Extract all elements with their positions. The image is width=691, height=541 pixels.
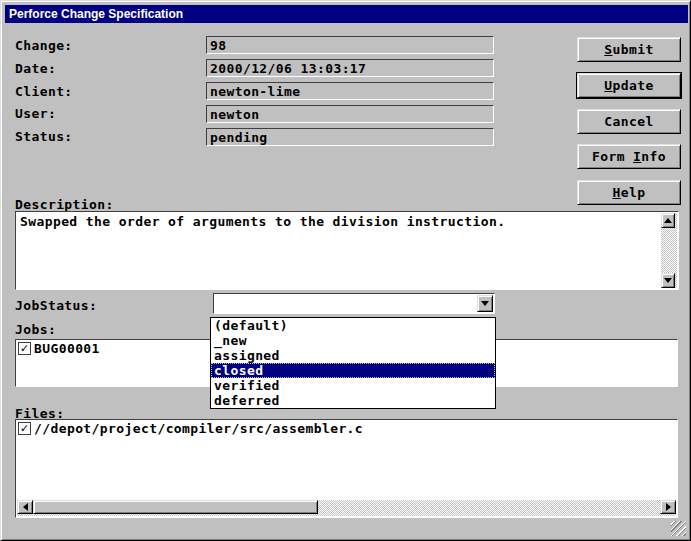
status-field: pending [206, 128, 494, 146]
option-closed[interactable]: closed [211, 363, 495, 378]
job-item-text: BUG00001 [34, 341, 100, 356]
checkbox-checked-icon[interactable]: ✓ [18, 422, 31, 435]
cancel-button[interactable]: Cancel [577, 109, 681, 134]
file-item-text: //depot/project/compiler/src/assembler.c [34, 421, 363, 436]
option-assigned[interactable]: assigned [211, 348, 495, 363]
submit-button[interactable]: Submit [577, 37, 681, 62]
scroll-right-button[interactable] [660, 500, 676, 514]
description-text: Swapped the order of arguments to the di… [18, 213, 660, 231]
scroll-right-icon [666, 503, 671, 511]
jobstatus-combobox[interactable] [213, 293, 495, 314]
client-field: newton-lime [206, 82, 494, 100]
change-label: Change: [15, 38, 73, 53]
checkbox-checked-icon[interactable]: ✓ [18, 342, 31, 355]
status-label: Status: [15, 129, 73, 144]
scroll-left-button[interactable] [17, 500, 33, 514]
scroll-down-icon [664, 278, 672, 283]
form-info-button[interactable]: Form Info [577, 144, 681, 169]
titlebar[interactable]: Perforce Change Specification [5, 5, 688, 23]
help-button[interactable]: Help [577, 180, 681, 205]
chevron-down-icon [481, 301, 489, 306]
option-deferred[interactable]: deferred [211, 393, 495, 408]
window-title: Perforce Change Specification [9, 7, 183, 21]
files-hscrollbar[interactable] [17, 500, 676, 516]
jobstatus-dropdown-button[interactable] [477, 295, 493, 312]
change-field: 98 [206, 36, 494, 54]
user-label: User: [15, 106, 56, 121]
scroll-up-icon [664, 218, 672, 223]
client-label: Client: [15, 84, 73, 99]
option-verified[interactable]: verified [211, 378, 495, 393]
jobstatus-label: JobStatus: [15, 298, 97, 313]
scroll-up-button[interactable] [661, 213, 675, 228]
description-scrollbar[interactable] [661, 213, 677, 288]
resize-grip[interactable] [671, 521, 686, 536]
scroll-left-icon [23, 503, 28, 511]
user-field: newton [206, 105, 494, 123]
hscroll-thumb[interactable] [33, 500, 318, 514]
update-button[interactable]: Update [577, 73, 681, 98]
description-textarea[interactable]: Swapped the order of arguments to the di… [15, 211, 679, 290]
perforce-change-spec-dialog: Perforce Change Specification Change: Da… [0, 0, 691, 541]
option-default[interactable]: (default) [211, 318, 495, 333]
jobs-label: Jobs: [15, 322, 56, 337]
scroll-down-button[interactable] [661, 273, 675, 288]
description-label: Description: [15, 197, 114, 212]
list-item[interactable]: ✓ //depot/project/compiler/src/assembler… [16, 420, 677, 437]
option-new[interactable]: _new [211, 333, 495, 348]
date-label: Date: [15, 61, 56, 76]
files-listbox[interactable]: ✓ //depot/project/compiler/src/assembler… [15, 419, 678, 518]
date-field: 2000/12/06 13:03:17 [206, 59, 494, 77]
jobstatus-droplist: (default) _new assigned closed verified … [210, 317, 496, 409]
